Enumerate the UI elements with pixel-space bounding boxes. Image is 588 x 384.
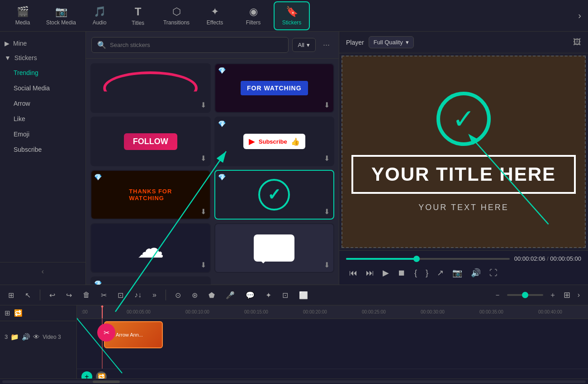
timeline-track-row: ✂ 🖼 Arrow Ann... [77, 319, 588, 369]
quality-dropdown[interactable]: Full Quality ▾ [369, 36, 414, 48]
cut-button[interactable]: ✂ [97, 289, 110, 301]
toolbar-media[interactable]: 🎬 Media [5, 1, 41, 30]
toolbar-effects[interactable]: ✦ Effects [197, 1, 233, 30]
timeline-scrollbar[interactable] [0, 379, 588, 384]
mark-out-button[interactable]: } [422, 266, 432, 280]
mark-in-button[interactable]: { [411, 266, 420, 280]
pip-button[interactable]: ⊡ [279, 289, 292, 301]
sticker-item-partial-red[interactable]: ⬇ [90, 63, 211, 113]
scrollbar-thumb[interactable] [93, 380, 120, 383]
audio-extract-button[interactable]: ♪↓ [131, 289, 145, 301]
toolbar-transitions[interactable]: ⬡ Transitions [158, 1, 194, 30]
zoom-slider[interactable] [507, 294, 543, 296]
stickers-expand-icon: ▼ [5, 54, 11, 61]
progress-thumb[interactable] [413, 256, 420, 262]
sticker-item-subscribe[interactable]: ▶ Subscribe 👍 💎 ⬇ [214, 117, 335, 166]
volume-button[interactable]: 🔊 [468, 266, 484, 280]
sticker-panel: 🔍 All ▾ ··· ⬇ FOR WATCHING 💎 [86, 32, 339, 285]
undo-button[interactable]: ↩ [46, 289, 59, 301]
search-input[interactable] [110, 42, 283, 48]
redo-button[interactable]: ↪ [62, 289, 76, 301]
marker-button[interactable]: ⬟ [205, 289, 218, 301]
add-clip-button[interactable]: ⊞ [5, 289, 18, 301]
player-content: ✓ YOUR TITLE HERE YOUR TEXT HERE [351, 92, 576, 212]
ruler-mark-1: 00:00:05:00 [127, 309, 151, 314]
toolbar-titles[interactable]: T Titles [120, 1, 156, 30]
sticker-item-follow[interactable]: FOLLOW ⬇ [90, 117, 211, 166]
toolbar-more-arrow[interactable]: › [576, 10, 583, 21]
track-audio-button[interactable]: 🔊 [22, 333, 30, 341]
stop-button[interactable]: ⏹ [394, 266, 409, 280]
track-folder-button[interactable]: 📁 [10, 333, 19, 341]
controls-row: ⏮ ⏭ ▶ ⏹ { } ↗ 📷 🔊 ⛶ [346, 266, 581, 280]
toolbar-stock-media[interactable]: 📷 Stock Media [43, 1, 79, 30]
timeline-main: ⊞ 🔁 3 📁 🔊 👁 Video 3 :00 00:00:05:00 00:0… [0, 305, 588, 379]
player-header: Player Full Quality ▾ 🖼 [339, 32, 588, 53]
toolbar-stock-label: Stock Media [46, 19, 76, 26]
sticker-item-chat-bubble[interactable]: ⬇ [214, 223, 335, 273]
grid-view-icon[interactable]: ⊞ [564, 290, 570, 300]
search-box[interactable]: 🔍 [91, 37, 289, 53]
sidebar-item-trending[interactable]: Trending [0, 65, 85, 80]
progress-track[interactable] [346, 258, 510, 260]
ruler-mark-0: :00 [81, 309, 88, 314]
layout-chevron[interactable]: › [574, 289, 583, 301]
download-icon: ⬇ [324, 207, 330, 216]
ai-cut-button[interactable]: ✦ [262, 289, 275, 301]
sticker-item-for-watching[interactable]: FOR WATCHING 💎 ⬇ [214, 63, 335, 113]
delete-button[interactable]: 🗑 [79, 289, 94, 301]
toolbar-filters[interactable]: ◉ Filters [235, 1, 271, 30]
stock-media-icon: 📷 [55, 6, 67, 18]
trim-button[interactable]: ⊡ [114, 289, 127, 301]
timeline-playhead[interactable] [102, 305, 103, 318]
select-tool-button[interactable]: ↖ [21, 289, 34, 301]
download-icon: ⬇ [324, 101, 330, 109]
subtitle-button[interactable]: 💬 [242, 289, 258, 301]
sidebar-item-like[interactable]: Like [0, 111, 85, 126]
add-track-button[interactable]: ⊞ [5, 309, 10, 317]
sticker-item-partial-2[interactable]: 💎 ⬇ [90, 276, 211, 285]
sidebar-item-arrow[interactable]: Arrow [0, 96, 85, 111]
add-loop-circle-button[interactable]: 🔁 [96, 371, 107, 379]
quality-chevron-icon: ▾ [406, 39, 409, 46]
more-options-button[interactable]: ··· [319, 38, 333, 52]
filter-dropdown[interactable]: All ▾ [292, 38, 316, 52]
sticker-item-thanks[interactable]: THANKS FORWATCHING 💎 ⬇ [90, 170, 211, 220]
sidebar-item-subscribe[interactable]: Subscribe [0, 142, 85, 157]
subscribe-visual: ▶ Subscribe 👍 [243, 134, 305, 149]
sidebar-mine-toggle[interactable]: ▶ Mine [0, 36, 85, 51]
player-panel: Player Full Quality ▾ 🖼 ✓ YOUR TITLE HER… [339, 32, 588, 285]
voice-button[interactable]: 🎤 [222, 289, 238, 301]
loop-button[interactable]: 🔁 [14, 309, 23, 317]
step-back-button[interactable]: ⏭ [363, 266, 377, 280]
progress-fill [346, 258, 417, 260]
zoom-in-button[interactable]: ＋ [545, 289, 560, 302]
toolbar-filters-label: Filters [246, 19, 261, 26]
toolbar-audio[interactable]: 🎵 Audio [81, 1, 118, 30]
track-hide-button[interactable]: 👁 [33, 333, 40, 341]
timeline-area: ⊞ ↖ ↩ ↪ 🗑 ✂ ⊡ ♪↓ » ⊙ ⊛ ⬟ 🎤 💬 ✦ ⊡ ⬜ － ＋ ⊞… [0, 285, 588, 384]
motion-button[interactable]: ⊛ [188, 289, 201, 301]
screenshot-icon[interactable]: 🖼 [573, 37, 581, 47]
mine-expand-icon: ▶ [5, 40, 9, 47]
snapshot-button[interactable]: 📷 [449, 266, 465, 280]
screen-record-button[interactable]: ⬜ [295, 289, 312, 301]
sticker-item-cloud[interactable]: ☁ ⬇ [90, 223, 211, 273]
add-track-circle-button[interactable]: + [81, 371, 92, 379]
sticker-item-checkmark[interactable]: ✓ 💎 ⬇ [214, 170, 335, 220]
total-time: 00:00:05:00 [550, 255, 581, 262]
fullscreen-button[interactable]: ⛶ [486, 266, 501, 280]
sidebar-item-social-media[interactable]: Social Media [0, 80, 85, 96]
toolbar-stickers[interactable]: 🔖 Stickers [274, 1, 310, 30]
sidebar-stickers-toggle[interactable]: ▼ Stickers [0, 51, 85, 65]
play-button[interactable]: ▶ [379, 266, 392, 280]
zoom-out-button[interactable]: － [490, 289, 505, 302]
more-button[interactable]: » [149, 289, 160, 301]
rewind-button[interactable]: ⏮ [346, 266, 360, 280]
export-button[interactable]: ↗ [434, 266, 447, 280]
premium-badge: 💎 [94, 173, 102, 181]
ruler-mark-4: 00:00:20:00 [303, 309, 327, 314]
sidebar-collapse-button[interactable]: ‹ [0, 262, 85, 280]
speed-button[interactable]: ⊙ [171, 289, 185, 301]
sidebar-item-emoji[interactable]: Emoji [0, 126, 85, 142]
